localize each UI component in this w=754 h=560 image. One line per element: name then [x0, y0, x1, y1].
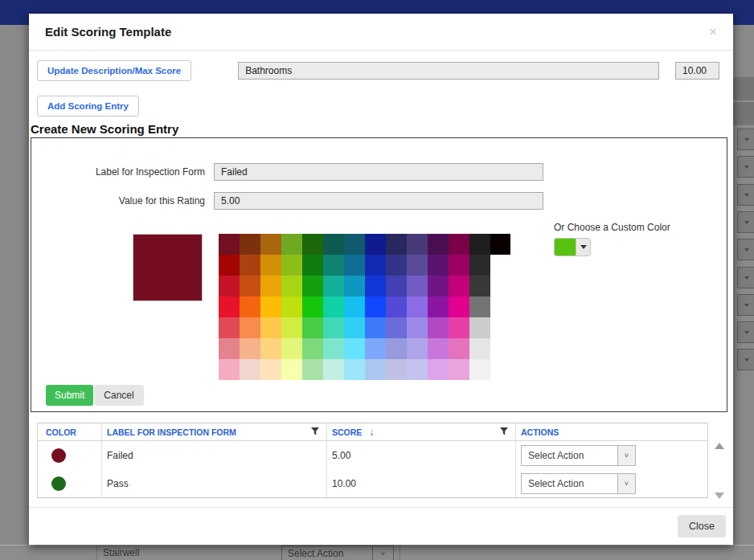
palette-swatch[interactable] — [449, 338, 469, 359]
column-header-score[interactable]: SCORE ↓ — [326, 423, 515, 440]
palette-swatch[interactable] — [260, 338, 281, 359]
palette-swatch[interactable] — [365, 317, 386, 338]
palette-swatch[interactable] — [281, 317, 302, 338]
update-description-button[interactable]: Update Description/Max Score — [37, 60, 191, 81]
palette-swatch[interactable] — [344, 317, 365, 338]
scroll-up-icon[interactable] — [715, 443, 724, 449]
palette-swatch[interactable] — [323, 317, 344, 338]
submit-button[interactable]: Submit — [46, 385, 93, 406]
palette-swatch[interactable] — [219, 255, 240, 276]
palette-swatch[interactable] — [365, 296, 386, 317]
palette-swatch[interactable] — [302, 234, 323, 255]
palette-swatch[interactable] — [281, 338, 302, 359]
palette-swatch[interactable] — [240, 296, 260, 317]
palette-swatch[interactable] — [344, 255, 365, 276]
palette-swatch[interactable] — [365, 359, 386, 380]
palette-swatch[interactable] — [281, 276, 302, 296]
palette-swatch[interactable] — [219, 338, 240, 359]
palette-swatch[interactable] — [407, 296, 428, 317]
palette-swatch[interactable] — [344, 296, 365, 317]
column-header-color[interactable]: COLOR — [38, 423, 101, 440]
palette-swatch[interactable] — [323, 338, 344, 359]
palette-swatch[interactable] — [302, 338, 323, 359]
palette-swatch[interactable] — [469, 234, 490, 255]
palette-swatch[interactable] — [449, 255, 469, 276]
palette-swatch[interactable] — [240, 234, 260, 255]
palette-swatch[interactable] — [260, 234, 281, 255]
palette-swatch[interactable] — [281, 359, 302, 380]
palette-swatch[interactable] — [302, 255, 323, 276]
palette-swatch[interactable] — [449, 276, 469, 296]
palette-swatch[interactable] — [281, 234, 302, 255]
palette-swatch[interactable] — [407, 234, 428, 255]
filter-icon[interactable] — [310, 427, 320, 438]
palette-swatch[interactable] — [407, 317, 428, 338]
palette-swatch[interactable] — [469, 255, 490, 276]
palette-swatch[interactable] — [281, 255, 302, 276]
palette-swatch[interactable] — [428, 296, 449, 317]
palette-swatch[interactable] — [323, 359, 344, 380]
palette-swatch[interactable] — [386, 234, 407, 255]
palette-swatch-black[interactable] — [490, 234, 510, 255]
palette-swatch[interactable] — [428, 234, 449, 255]
palette-swatch[interactable] — [449, 234, 469, 255]
palette-swatch[interactable] — [344, 359, 365, 380]
palette-swatch[interactable] — [240, 338, 260, 359]
palette-swatch[interactable] — [219, 359, 240, 380]
palette-swatch[interactable] — [240, 317, 260, 338]
palette-swatch[interactable] — [323, 276, 344, 296]
palette-swatch[interactable] — [302, 359, 323, 380]
palette-swatch[interactable] — [428, 359, 449, 380]
palette-swatch[interactable] — [260, 255, 281, 276]
palette-swatch[interactable] — [240, 276, 260, 296]
custom-color-dropdown[interactable] — [554, 238, 591, 256]
select-action-dropdown[interactable]: Select Action˅ — [521, 445, 636, 466]
palette-swatch[interactable] — [260, 359, 281, 380]
palette-swatch[interactable] — [260, 276, 281, 296]
scroll-down-icon[interactable] — [715, 493, 724, 499]
palette-swatch[interactable] — [219, 296, 240, 317]
palette-swatch[interactable] — [407, 276, 428, 296]
filter-icon[interactable] — [499, 427, 509, 438]
palette-swatch[interactable] — [260, 317, 281, 338]
palette-swatch[interactable] — [407, 255, 428, 276]
palette-swatch[interactable] — [302, 296, 323, 317]
palette-swatch[interactable] — [302, 276, 323, 296]
palette-swatch[interactable] — [386, 296, 407, 317]
select-action-dropdown[interactable]: Select Action˅ — [521, 473, 636, 494]
palette-swatch[interactable] — [240, 359, 260, 380]
cancel-button[interactable]: Cancel — [94, 385, 143, 406]
palette-swatch[interactable] — [219, 276, 240, 296]
palette-swatch[interactable] — [240, 255, 260, 276]
palette-swatch[interactable] — [407, 338, 428, 359]
palette-swatch[interactable] — [386, 276, 407, 296]
background-select-action[interactable]: Select Action ˅ — [281, 546, 394, 560]
palette-swatch[interactable] — [323, 255, 344, 276]
palette-swatch[interactable] — [260, 296, 281, 317]
value-field-input[interactable]: 5.00 — [214, 192, 543, 210]
palette-swatch[interactable] — [344, 276, 365, 296]
column-header-actions[interactable]: ACTIONS — [515, 423, 707, 440]
palette-swatch[interactable] — [449, 296, 469, 317]
palette-swatch[interactable] — [323, 296, 344, 317]
add-scoring-entry-button[interactable]: Add Scoring Entry — [37, 96, 139, 116]
palette-swatch[interactable] — [428, 317, 449, 338]
palette-swatch[interactable] — [365, 338, 386, 359]
palette-swatch[interactable] — [449, 359, 469, 380]
column-header-label[interactable]: LABEL FOR INSPECTION FORM — [101, 423, 326, 440]
palette-swatch[interactable] — [469, 338, 490, 359]
palette-swatch[interactable] — [386, 255, 407, 276]
palette-swatch[interactable] — [428, 276, 449, 296]
description-input[interactable]: Bathrooms — [238, 62, 659, 80]
palette-swatch[interactable] — [281, 296, 302, 317]
palette-swatch[interactable] — [365, 255, 386, 276]
palette-swatch[interactable] — [386, 338, 407, 359]
palette-swatch[interactable] — [449, 317, 469, 338]
palette-swatch[interactable] — [469, 317, 490, 338]
palette-swatch[interactable] — [302, 317, 323, 338]
close-button[interactable]: Close — [678, 515, 726, 538]
palette-swatch[interactable] — [344, 234, 365, 255]
palette-swatch[interactable] — [469, 276, 490, 296]
palette-swatch[interactable] — [365, 234, 386, 255]
palette-swatch[interactable] — [344, 338, 365, 359]
